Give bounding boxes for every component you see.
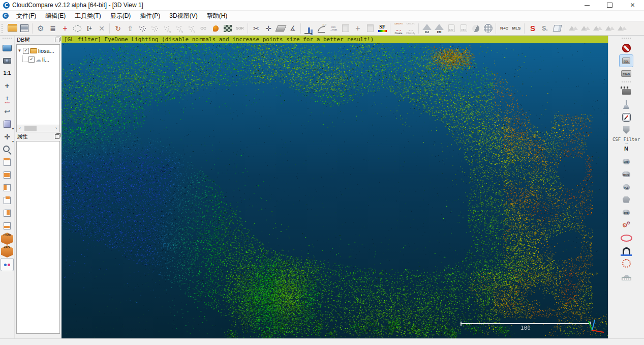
csv-file-icon[interactable]: CSV (458, 22, 469, 35)
ellipser-plugin-icon[interactable] (620, 232, 633, 244)
tree-item-1[interactable]: ▼✓liosa... (17, 46, 59, 55)
sor-filter-icon[interactable]: SOR (234, 22, 246, 35)
view-iso-back-icon[interactable]: BACK (1, 245, 13, 257)
menu-item-6[interactable]: 3D视图(V) (165, 11, 202, 21)
view-left-icon[interactable] (1, 182, 13, 194)
sketch-points-icon[interactable]: S. (539, 22, 550, 35)
bubble-view-cube-icon[interactable]: ▾ (1, 118, 13, 130)
e57-file-icon[interactable]: E57 (446, 22, 457, 35)
resample-b-icon[interactable] (173, 22, 185, 35)
cloud-layers-plugin-icon[interactable]: ☁ (620, 270, 633, 282)
resample-a-icon[interactable] (161, 22, 172, 35)
menu-item-3[interactable]: 工具类(T) (70, 11, 105, 21)
animation-plugin-icon[interactable] (620, 86, 633, 98)
page-flip-icon[interactable] (551, 22, 563, 35)
view-top-icon[interactable] (1, 156, 13, 168)
dot-ring-plugin-icon[interactable] (620, 257, 633, 269)
scroll-left-icon[interactable]: ‹ (17, 126, 23, 131)
sf-histogram-icon[interactable] (303, 22, 315, 35)
normals-curvature-icon[interactable]: N+C (499, 22, 510, 35)
db-tree-hscrollbar[interactable]: ‹ › (17, 125, 59, 132)
m3c2-plugin-icon[interactable]: M3C2 (620, 168, 633, 180)
subsample-icon[interactable] (137, 22, 148, 35)
terrain-plugin-3-icon[interactable] (592, 22, 603, 35)
save-icon[interactable] (19, 22, 30, 35)
color-bucket-icon[interactable] (210, 22, 221, 35)
auto-pick-center-icon[interactable]: +auto (1, 93, 13, 105)
segment-cloud-icon[interactable] (72, 22, 83, 35)
canupo-classify-icon[interactable]: CANUPOClassify (405, 22, 416, 35)
point-cloud-view[interactable] (62, 43, 608, 338)
menu-item-4[interactable]: 显示(D) (106, 11, 136, 21)
sf-statistics-icon[interactable] (340, 22, 351, 35)
maximize-button[interactable] (598, 0, 621, 10)
translate-rotate-icon[interactable]: ✛ (263, 22, 274, 35)
visibility-checkbox[interactable]: ✓ (28, 56, 35, 63)
view-right-icon[interactable] (1, 207, 13, 219)
center-cross-icon[interactable]: + (1, 80, 13, 92)
stereo-points-icon[interactable] (1, 258, 14, 271)
float-panel-icon[interactable] (55, 38, 59, 42)
hough-normals-plugin-icon[interactable]: N (620, 143, 633, 155)
view-menu-icon[interactable]: C (3, 13, 9, 19)
tree-item-2[interactable]: ✓☁li... (17, 55, 59, 64)
float-panel-icon[interactable] (55, 134, 59, 139)
poisson-recon-plugin-icon[interactable] (620, 194, 633, 206)
wire-globe-icon[interactable] (482, 22, 494, 35)
compute-cc-icon[interactable]: CC (198, 22, 209, 35)
pcl-plugin-icon[interactable]: PCL (620, 181, 633, 193)
sf-color-scale-icon[interactable]: SF (377, 22, 388, 35)
fast-marching-icon[interactable]: FM (434, 22, 445, 35)
compass-plugin-icon[interactable] (620, 111, 633, 123)
view-iso-front-icon[interactable]: FRONT (1, 233, 13, 245)
terrain-plugin-2-icon[interactable] (580, 22, 591, 35)
terrain-plugin-5-icon[interactable] (617, 22, 628, 35)
sf-gauss-fit-icon[interactable] (316, 22, 327, 35)
mls-smoothing-icon[interactable]: MLS (511, 22, 522, 35)
menu-item-2[interactable]: 编辑(E) (41, 11, 70, 21)
menu-item-5[interactable]: 插件(P) (135, 11, 165, 21)
facets-plugin-icon[interactable] (620, 245, 633, 256)
fullscreen-3d-icon[interactable] (1, 42, 13, 54)
hpr-plugin-icon[interactable]: HPR (620, 156, 633, 167)
ssao-filter-icon[interactable]: SSAO (620, 68, 633, 79)
pick-rotation-center-icon[interactable]: ↩ (1, 105, 13, 118)
scroll-right-icon[interactable]: › (53, 126, 59, 131)
view-front-icon[interactable] (1, 169, 13, 181)
console-list-icon[interactable]: ≣ (47, 22, 58, 35)
delete-icon[interactable]: ✕ (96, 22, 107, 35)
menu-item-7[interactable]: 帮助(H) (202, 11, 232, 21)
sf-min-max-icon[interactable] (328, 22, 339, 35)
terrain-plugin-1-icon[interactable] (568, 22, 579, 35)
pan-mode-icon[interactable]: ✛▾ (1, 131, 13, 143)
sf-arithmetic-icon[interactable] (364, 22, 376, 35)
tree-expander-icon[interactable]: ▼ (17, 48, 22, 53)
octree-checker-icon[interactable] (222, 22, 233, 35)
cross-section-icon[interactable] (275, 22, 286, 35)
point-list-picking-icon[interactable]: + (59, 22, 71, 35)
sf-add-constant-icon[interactable]: + (352, 22, 363, 35)
level-tool-icon[interactable]: ∡ (287, 22, 298, 35)
canupo-create-icon[interactable]: CANUPOCreate (393, 22, 404, 35)
clone-icon[interactable]: ↻ (112, 22, 124, 35)
open-icon[interactable] (7, 22, 18, 35)
zoom-1-1-icon[interactable]: 1:1 (1, 67, 13, 79)
csf-filter-plugin-icon[interactable] (620, 124, 633, 136)
apply-transformation-icon[interactable]: [+ (84, 22, 95, 35)
interpolate-icon[interactable] (186, 22, 197, 35)
scroll-thumb[interactable] (24, 126, 37, 131)
screenshot-camera-icon[interactable] (1, 54, 13, 67)
view-bottom-icon[interactable] (1, 220, 13, 232)
ransac-plugin-icon[interactable] (620, 219, 633, 231)
sphere-pie-icon[interactable] (470, 22, 481, 35)
terrain-plugin-4-icon[interactable] (604, 22, 616, 35)
merge-icon[interactable]: ⇧ (125, 22, 136, 35)
noise-filter-icon[interactable] (149, 22, 160, 35)
display-options-icon[interactable]: ⚙ (35, 22, 46, 35)
rdb-plugin-icon[interactable]: RDB (620, 207, 633, 218)
view-back-icon[interactable] (1, 194, 13, 207)
edl-filter-icon[interactable]: EDL (620, 55, 633, 67)
close-button[interactable]: ✕ (621, 0, 644, 10)
global-zoom-icon[interactable] (1, 143, 13, 156)
kd-tree-icon[interactable]: Kd (421, 22, 433, 35)
